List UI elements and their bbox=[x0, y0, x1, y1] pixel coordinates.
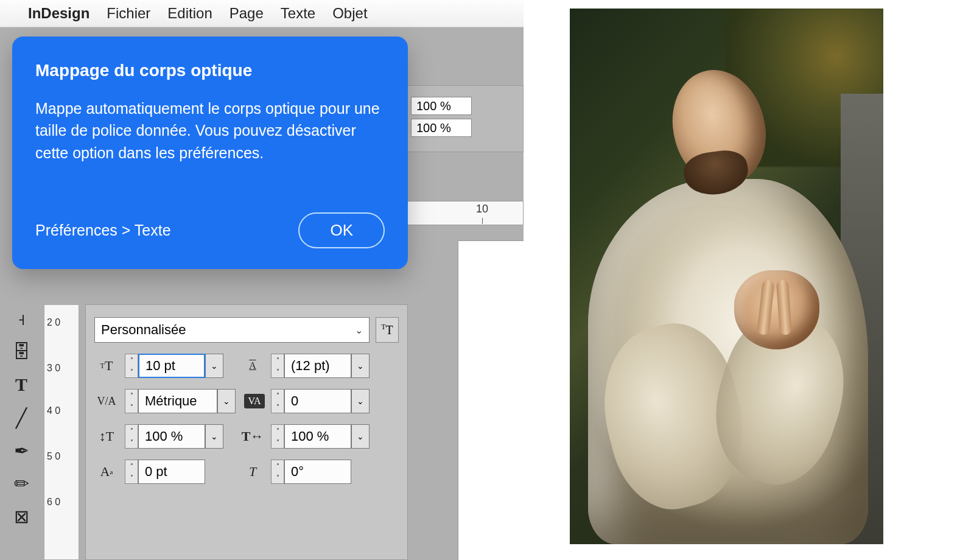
vertical-scale-stepper[interactable]: ˄˅ bbox=[125, 424, 138, 449]
menu-texte[interactable]: Texte bbox=[281, 5, 315, 22]
scale-vertical-field[interactable]: 100 % bbox=[411, 119, 472, 137]
gap-tool-icon[interactable]: ⫞ bbox=[6, 304, 37, 334]
skew-field[interactable]: 0° bbox=[284, 460, 351, 484]
vertical-scale-field[interactable]: 100 % bbox=[138, 424, 205, 449]
v-ruler-mark: 4 0 bbox=[47, 405, 60, 416]
horizontal-scale-field[interactable]: 100 % bbox=[284, 424, 351, 449]
horizontal-scale-stepper[interactable]: ˄˅ bbox=[271, 424, 284, 449]
coach-mark: Mappage du corps optique Mappe automatiq… bbox=[12, 37, 408, 269]
coach-mark-body: Mappe automatiquement le corps optique p… bbox=[35, 97, 385, 164]
kerning-icon: V/A bbox=[94, 389, 119, 413]
kerning-stepper[interactable]: ˄˅ bbox=[125, 389, 138, 413]
chevron-down-icon: ⌄ bbox=[355, 324, 363, 336]
menu-fichier[interactable]: Fichier bbox=[107, 5, 150, 22]
leading-icon: A bbox=[240, 354, 265, 378]
coach-mark-title: Mappage du corps optique bbox=[35, 61, 385, 80]
vertical-scale-icon: ↕T bbox=[94, 424, 119, 449]
kerning-dropdown[interactable]: ⌄ bbox=[217, 389, 236, 413]
app-window: InDesign Fichier Edition Page Texte Obje… bbox=[0, 0, 524, 560]
ruler-mark: 10 bbox=[476, 203, 488, 215]
baseline-shift-stepper[interactable]: ˄˅ bbox=[125, 460, 138, 484]
type-tool-icon[interactable]: T bbox=[6, 370, 37, 399]
pencil-tool-icon[interactable]: ✏ bbox=[6, 469, 37, 498]
vertical-scale-dropdown[interactable]: ⌄ bbox=[205, 424, 223, 449]
skew-stepper[interactable]: ˄˅ bbox=[271, 460, 284, 484]
menu-page[interactable]: Page bbox=[229, 5, 264, 22]
line-tool-icon[interactable]: ╱ bbox=[6, 403, 37, 432]
tool-column: ⫞ 🗄 T ╱ ✒ ✏ ⊠ bbox=[6, 304, 37, 531]
tracking-dropdown[interactable]: ⌄ bbox=[351, 389, 370, 413]
v-ruler-mark: 5 0 bbox=[47, 451, 60, 462]
skew-icon: T bbox=[240, 460, 265, 484]
tracking-icon: VA bbox=[244, 394, 265, 408]
horizontal-scale-icon: T↔ bbox=[240, 424, 265, 449]
font-size-dropdown[interactable]: ⌄ bbox=[205, 354, 223, 378]
rectangle-frame-tool-icon[interactable]: ⊠ bbox=[6, 502, 37, 531]
menu-objet[interactable]: Objet bbox=[332, 5, 367, 22]
vertical-ruler: 2 0 3 0 4 0 5 0 6 0 bbox=[44, 304, 79, 560]
tracking-field[interactable]: 0 bbox=[284, 389, 351, 413]
font-size-field[interactable]: 10 pt bbox=[138, 354, 205, 378]
baseline-shift-icon: Aa bbox=[94, 460, 119, 484]
tracking-stepper[interactable]: ˄˅ bbox=[271, 389, 284, 413]
menubar: InDesign Fichier Edition Page Texte Obje… bbox=[0, 0, 524, 27]
optical-size-value: Personnalisée bbox=[101, 322, 186, 338]
optical-size-select[interactable]: Personnalisée ⌄ bbox=[94, 317, 370, 343]
optical-size-mapping-button[interactable]: TT bbox=[376, 317, 399, 343]
horizontal-scale-dropdown[interactable]: ⌄ bbox=[351, 424, 370, 449]
character-panel: Personnalisée ⌄ TT TT ˄˅ 10 pt ⌄ A ˄˅ (1… bbox=[85, 304, 408, 560]
document-page[interactable] bbox=[458, 240, 524, 560]
leading-stepper[interactable]: ˄˅ bbox=[271, 354, 284, 378]
coach-mark-ok-button[interactable]: OK bbox=[298, 212, 385, 248]
baseline-shift-field[interactable]: 0 pt bbox=[138, 460, 205, 484]
pen-tool-icon[interactable]: ✒ bbox=[6, 436, 37, 465]
coach-mark-pref-link[interactable]: Préférences > Texte bbox=[35, 222, 171, 239]
app-menu[interactable]: InDesign bbox=[28, 5, 89, 22]
painting-image bbox=[570, 9, 883, 544]
scale-horizontal-field[interactable]: 100 % bbox=[411, 97, 472, 115]
menu-edition[interactable]: Edition bbox=[167, 5, 212, 22]
v-ruler-mark: 6 0 bbox=[47, 497, 60, 508]
content-collector-tool-icon[interactable]: 🗄 bbox=[6, 337, 37, 366]
leading-dropdown[interactable]: ⌄ bbox=[351, 354, 370, 378]
font-size-stepper[interactable]: ˄˅ bbox=[125, 354, 138, 378]
kerning-field[interactable]: Métrique bbox=[138, 389, 217, 413]
v-ruler-mark: 2 0 bbox=[47, 317, 60, 328]
leading-field[interactable]: (12 pt) bbox=[284, 354, 351, 378]
font-size-icon: TT bbox=[94, 354, 119, 378]
v-ruler-mark: 3 0 bbox=[47, 363, 60, 374]
